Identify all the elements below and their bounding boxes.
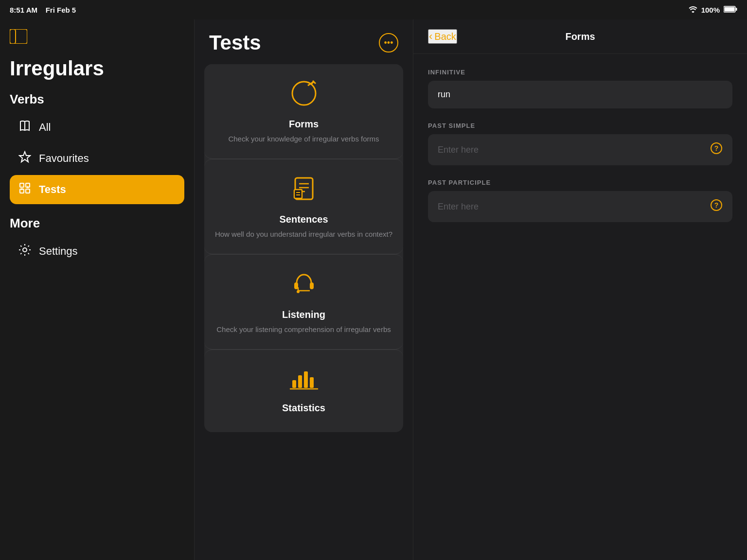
sentences-card-desc: How well do you understand irregular ver… <box>215 229 392 239</box>
book-icon <box>18 120 31 135</box>
svg-rect-32 <box>304 371 308 388</box>
past-simple-section: PAST SIMPLE Enter here ? <box>428 122 732 165</box>
sidebar-item-all-label: All <box>39 121 51 134</box>
infinitive-label: INFINITIVE <box>428 69 732 76</box>
sidebar-title: Irregulars <box>10 57 184 80</box>
statistics-card-title: Statistics <box>282 402 325 414</box>
svg-point-14 <box>292 82 316 105</box>
statistics-icon <box>289 365 319 396</box>
back-button[interactable]: ‹ Back <box>428 29 457 44</box>
svg-rect-30 <box>292 380 296 388</box>
star-icon <box>18 151 31 166</box>
battery-percent: 100% <box>701 6 720 14</box>
past-simple-input[interactable]: Enter here ? <box>428 134 732 165</box>
status-bar: 8:51 AM Fri Feb 5 100% <box>0 0 747 19</box>
forms-card-desc: Check your knowledge of irregular verbs … <box>228 134 379 144</box>
svg-rect-10 <box>26 189 30 193</box>
test-card-statistics[interactable]: Statistics <box>204 350 403 432</box>
infinitive-section: INFINITIVE run <box>428 69 732 108</box>
svg-point-11 <box>27 186 29 188</box>
listening-card-title: Listening <box>282 309 325 320</box>
svg-point-13 <box>23 248 27 252</box>
sentences-card-title: Sentences <box>279 214 328 225</box>
svg-rect-1 <box>725 7 735 11</box>
past-participle-section: PAST PARTICIPLE Enter here ? <box>428 179 732 222</box>
sentences-icon <box>289 174 319 207</box>
test-card-listening[interactable]: Listening Check your listening comprehen… <box>204 254 403 350</box>
sidebar-top <box>10 29 184 47</box>
past-participle-help-icon[interactable]: ? <box>710 199 723 214</box>
sidebar-section-more: More <box>10 216 184 231</box>
test-cards-container: Forms Check your knowledge of irregular … <box>204 64 403 432</box>
status-right: 100% <box>689 6 737 14</box>
wifi-icon <box>689 6 697 14</box>
svg-point-12 <box>21 188 23 190</box>
svg-rect-31 <box>298 375 302 388</box>
sidebar-item-favourites[interactable]: Favourites <box>10 144 184 173</box>
svg-line-17 <box>311 82 314 85</box>
svg-point-29 <box>297 290 300 293</box>
status-time: 8:51 AM <box>10 6 37 14</box>
status-date: Fri Feb 5 <box>46 6 76 14</box>
ellipsis-icon: ••• <box>384 38 393 48</box>
forms-icon <box>289 79 319 112</box>
forms-title: Forms <box>565 31 595 42</box>
forms-content: INFINITIVE run PAST SIMPLE Enter here ? <box>413 54 747 560</box>
settings-icon <box>18 244 31 259</box>
svg-rect-2 <box>736 8 737 11</box>
sidebar-item-favourites-label: Favourites <box>39 152 89 165</box>
status-time-date: 8:51 AM Fri Feb 5 <box>10 6 76 14</box>
forms-panel: ‹ Back Forms INFINITIVE run PAST SIMPLE … <box>413 19 747 560</box>
back-label: Back <box>434 31 456 42</box>
tests-title: Tests <box>209 31 261 54</box>
svg-rect-33 <box>310 377 314 388</box>
svg-rect-26 <box>310 282 314 289</box>
past-participle-label: PAST PARTICIPLE <box>428 179 732 186</box>
tests-header: Tests ••• <box>195 19 413 59</box>
puzzle-icon <box>18 182 31 197</box>
svg-rect-7 <box>20 183 24 187</box>
sidebar: Irregulars Verbs All Favourites <box>0 19 195 560</box>
listening-card-desc: Check your listening comprehension of ir… <box>216 324 391 334</box>
past-participle-input[interactable]: Enter here ? <box>428 191 732 222</box>
past-participle-placeholder: Enter here <box>438 202 479 212</box>
battery-icon <box>724 6 737 14</box>
svg-rect-22 <box>294 190 302 198</box>
svg-rect-4 <box>10 29 16 44</box>
past-simple-help-icon[interactable]: ? <box>710 142 723 158</box>
svg-marker-6 <box>19 152 30 162</box>
sidebar-item-tests-label: Tests <box>39 183 66 196</box>
test-card-sentences[interactable]: Sentences How well do you understand irr… <box>204 159 403 254</box>
svg-text:?: ? <box>714 201 719 209</box>
tests-panel: Tests ••• Forms <box>195 19 413 560</box>
infinitive-value: run <box>428 81 732 108</box>
test-card-forms[interactable]: Forms Check your knowledge of irregular … <box>204 64 403 159</box>
listening-icon <box>289 269 319 302</box>
sidebar-item-tests[interactable]: Tests <box>10 175 184 204</box>
sidebar-item-settings-label: Settings <box>39 245 78 258</box>
sidebar-item-all[interactable]: All <box>10 113 184 142</box>
svg-text:?: ? <box>714 144 719 152</box>
forms-header: ‹ Back Forms <box>413 19 747 54</box>
chevron-left-icon: ‹ <box>429 30 432 43</box>
sidebar-toggle-icon[interactable] <box>10 32 27 47</box>
svg-rect-3 <box>10 29 27 44</box>
forms-card-title: Forms <box>289 119 319 130</box>
past-simple-label: PAST SIMPLE <box>428 122 732 129</box>
more-options-button[interactable]: ••• <box>379 33 398 52</box>
tests-list: Forms Check your knowledge of irregular … <box>195 59 413 560</box>
sidebar-section-verbs: Verbs <box>10 92 184 107</box>
past-simple-placeholder: Enter here <box>438 145 479 155</box>
sidebar-item-settings[interactable]: Settings <box>10 237 184 266</box>
